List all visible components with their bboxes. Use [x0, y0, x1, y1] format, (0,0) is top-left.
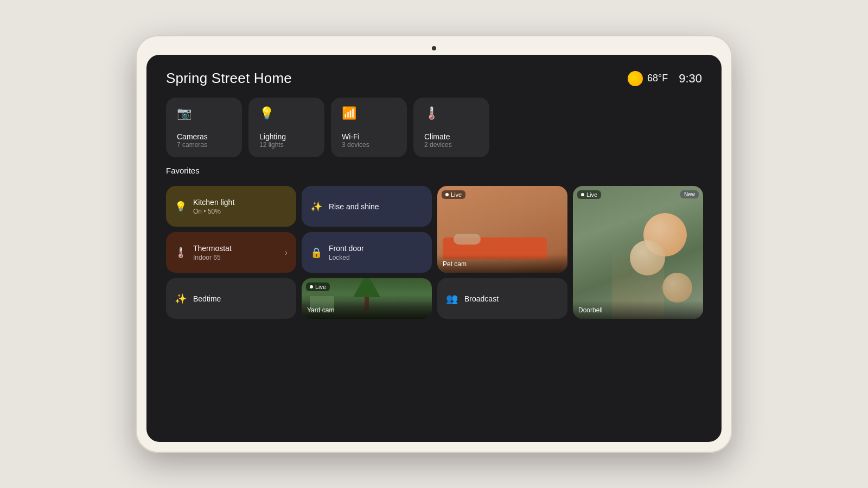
cameras-count: 7 cameras — [177, 141, 231, 149]
wifi-count: 3 devices — [342, 141, 396, 149]
tree-top — [353, 278, 380, 297]
petcam-live-badge: Live — [442, 190, 465, 199]
doorbell-live-label: Live — [586, 191, 597, 198]
cameras-label: Cameras — [177, 132, 231, 141]
yardcam-live-badge: Live — [306, 282, 330, 291]
broadcast-title: Broadcast — [464, 294, 559, 303]
doorbell-live-dot — [581, 193, 584, 196]
climate-count: 2 devices — [424, 141, 478, 149]
thermostat-info: Thermostat Indoor 65 — [193, 244, 278, 261]
card-rise-shine[interactable]: ✨ Rise and shine — [302, 186, 432, 227]
yardcam-live-label: Live — [315, 284, 326, 290]
thermostat-chevron-icon: › — [285, 248, 288, 258]
tile-wifi[interactable]: 📶 Wi-Fi 3 devices — [331, 98, 407, 157]
balloon-3 — [662, 273, 692, 303]
kitchen-light-info: Kitchen light On • 50% — [193, 198, 288, 215]
favorites-grid: 💡 Kitchen light On • 50% ✨ Rise and shin… — [166, 186, 702, 319]
kitchen-light-icon: 💡 — [175, 201, 187, 213]
broadcast-icon: 👥 — [446, 293, 458, 305]
card-kitchen-light[interactable]: 💡 Kitchen light On • 50% — [166, 186, 296, 227]
petcam-name: Pet cam — [443, 260, 467, 268]
doorbell-live-badge: Live — [577, 190, 601, 199]
card-pet-cam[interactable]: Live Pet cam — [437, 186, 567, 273]
yardcam-name: Yard cam — [307, 306, 334, 314]
tile-cameras[interactable]: 📷 Cameras 7 cameras — [166, 98, 242, 157]
lighting-count: 12 lights — [259, 141, 314, 149]
yardcam-live-dot — [310, 285, 313, 288]
front-door-icon: 🔒 — [310, 247, 322, 259]
wifi-label: Wi-Fi — [342, 132, 396, 141]
broadcast-info: Broadcast — [464, 294, 559, 303]
lighting-label: Lighting — [259, 132, 314, 141]
tablet-screen: Spring Street Home 68°F 9:30 📷 Cameras 7… — [146, 55, 722, 442]
tile-lighting[interactable]: 💡 Lighting 12 lights — [248, 98, 324, 157]
climate-label: Climate — [424, 132, 478, 141]
doorbell-scene — [573, 186, 703, 319]
front-door-subtitle: Locked — [329, 254, 423, 261]
wifi-icon: 📶 — [342, 106, 396, 120]
climate-icon: 🌡️ — [424, 106, 478, 120]
kitchen-light-subtitle: On • 50% — [193, 208, 288, 215]
doorbell-name: Doorbell — [578, 306, 603, 314]
thermostat-icon: 🌡️ — [175, 247, 187, 259]
weather-info: 68°F — [628, 71, 668, 86]
live-dot — [445, 193, 449, 196]
weather-temp: 68°F — [647, 73, 668, 84]
tablet-frame: Spring Street Home 68°F 9:30 📷 Cameras 7… — [136, 35, 732, 453]
doorbell-new-badge: New — [680, 190, 699, 198]
rise-shine-info: Rise and shine — [329, 202, 423, 211]
front-door-title: Front door — [329, 244, 423, 253]
thermostat-subtitle: Indoor 65 — [193, 254, 278, 261]
lighting-icon: 💡 — [259, 106, 314, 120]
header-right: 68°F 9:30 — [628, 71, 702, 86]
rise-shine-title: Rise and shine — [329, 202, 423, 211]
bedtime-info: Bedtime — [193, 294, 288, 303]
card-yard-cam[interactable]: Live Yard cam — [302, 278, 432, 319]
front-door-info: Front door Locked — [329, 244, 423, 261]
bedtime-title: Bedtime — [193, 294, 288, 303]
category-tiles: 📷 Cameras 7 cameras 💡 Lighting 12 lights… — [166, 98, 702, 157]
favorites-section-label: Favorites — [166, 166, 702, 175]
weather-icon — [628, 71, 643, 86]
yardcam-label-bar: Yard cam — [302, 300, 432, 319]
kitchen-light-title: Kitchen light — [193, 198, 288, 207]
card-doorbell[interactable]: Live New Doorbell — [573, 186, 703, 319]
petcam-live-label: Live — [451, 191, 462, 198]
petcam-label-bar: Pet cam — [437, 254, 567, 273]
time-display: 9:30 — [679, 72, 702, 86]
camera-dot — [432, 46, 436, 50]
doorbell-label-bar: Doorbell — [573, 300, 703, 319]
card-broadcast[interactable]: 👥 Broadcast — [437, 278, 567, 319]
rise-shine-icon: ✨ — [310, 201, 322, 213]
header: Spring Street Home 68°F 9:30 — [166, 70, 702, 87]
thermostat-title: Thermostat — [193, 244, 278, 253]
card-thermostat[interactable]: 🌡️ Thermostat Indoor 65 › — [166, 232, 296, 273]
tile-climate[interactable]: 🌡️ Climate 2 devices — [413, 98, 489, 157]
card-bedtime[interactable]: ✨ Bedtime — [166, 278, 296, 319]
cameras-icon: 📷 — [177, 106, 231, 120]
card-front-door[interactable]: 🔒 Front door Locked — [302, 232, 432, 273]
home-title: Spring Street Home — [166, 70, 292, 87]
bedtime-icon: ✨ — [175, 293, 187, 305]
